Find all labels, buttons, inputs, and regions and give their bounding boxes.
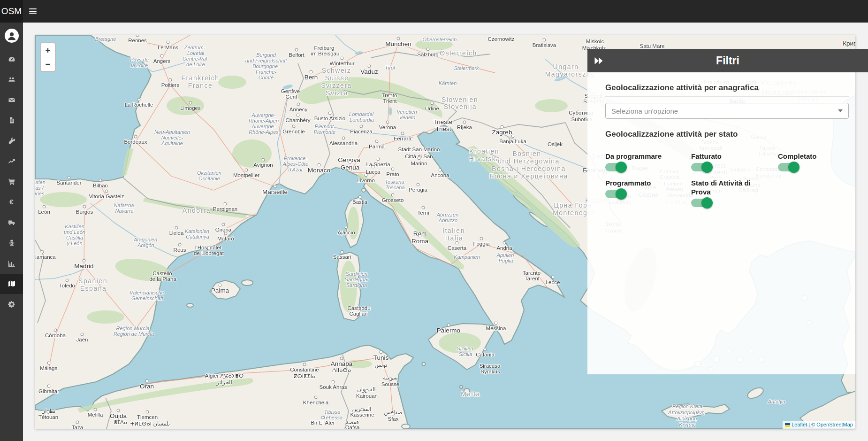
settings-icon <box>8 301 15 308</box>
filter-panel-title: Filtri <box>587 54 868 67</box>
sidebar-item-hydrant[interactable] <box>0 233 23 254</box>
app-logo[interactable]: OSM <box>0 0 23 23</box>
toggle-label: Fatturato <box>691 152 766 161</box>
select-caret-icon <box>838 109 843 112</box>
toggle-label: Programmato <box>605 178 680 187</box>
sidebar-item-tools[interactable] <box>0 131 23 151</box>
dashboard-icon <box>8 55 15 63</box>
toggle-item: Stato di Attività di Prova <box>691 178 778 209</box>
leaflet-link[interactable]: Leaflet <box>792 422 807 427</box>
euro-icon: € <box>9 198 13 206</box>
messages-icon <box>8 96 15 104</box>
sidebar-item-cart[interactable] <box>0 171 23 192</box>
toggle-switch[interactable] <box>778 162 799 173</box>
top-navbar: OSM <box>0 0 868 23</box>
openstreetmap-link[interactable]: © OpenStreetMap <box>811 422 853 427</box>
zoom-out-button[interactable]: − <box>41 57 55 71</box>
section-anagrafica-title: Geolocalizzazione attività per anagrafic… <box>605 83 849 93</box>
users-icon <box>8 76 15 83</box>
sidebar-item-dashboard[interactable] <box>0 49 23 70</box>
filter-panel-body: Geolocalizzazione attività per anagrafic… <box>587 72 855 374</box>
user-avatar-icon <box>5 29 19 43</box>
sidebar-item-settings[interactable] <box>0 294 23 315</box>
filter-panel-header: Filtri <box>587 49 868 72</box>
cart-icon <box>8 178 15 186</box>
select-placeholder: Seleziona un'opzione <box>611 107 678 115</box>
map-attribution: Leaflet | © OpenStreetMap <box>783 421 855 429</box>
tools-icon <box>8 137 15 145</box>
sidebar-item-euro[interactable]: € <box>0 192 23 213</box>
sidebar-item-statistics[interactable] <box>0 253 23 274</box>
statistics-icon <box>8 260 15 267</box>
section-stato-title: Geolocalizzazione attività per stato <box>605 130 849 139</box>
zoom-in-button[interactable]: + <box>41 43 55 57</box>
documents-icon <box>8 116 15 124</box>
sidebar-item-map[interactable] <box>0 274 23 294</box>
toggle-item: Completato <box>778 152 849 173</box>
toggle-label: Da programmare <box>605 152 680 161</box>
sidebar-item-users[interactable] <box>0 70 23 90</box>
toggle-item: Fatturato <box>691 152 778 173</box>
toggle-switch[interactable] <box>605 188 627 200</box>
sidebar-item-truck[interactable] <box>0 212 23 233</box>
sidebar-item-trends[interactable] <box>0 151 23 172</box>
status-toggles-grid: Da programmareFatturatoCompletatoProgram… <box>605 152 849 209</box>
sidebar-item-profile[interactable] <box>0 23 23 49</box>
hambur ger-menu-icon[interactable] <box>29 8 37 14</box>
section-divider <box>605 143 849 143</box>
map-zoom-control: + − <box>40 42 56 72</box>
sidebar-item-messages[interactable] <box>0 90 23 110</box>
toggle-switch[interactable] <box>691 162 713 173</box>
truck-icon <box>8 219 15 226</box>
ukraine-flag-icon <box>785 423 790 427</box>
anagrafica-select[interactable]: Seleziona un'opzione <box>605 103 849 119</box>
attribution-separator: | <box>807 422 811 427</box>
toggle-switch[interactable] <box>605 162 627 173</box>
panel-collapse-icon[interactable] <box>594 57 604 65</box>
map-icon <box>8 280 15 287</box>
toggle-label: Completato <box>778 152 849 161</box>
sidebar-item-documents[interactable] <box>0 110 23 131</box>
toggle-item: Da programmare <box>605 152 691 173</box>
hydrant-icon <box>8 239 15 247</box>
section-divider <box>605 96 849 97</box>
trends-icon <box>8 157 15 165</box>
toggle-switch[interactable] <box>691 197 713 209</box>
toggle-item: Programmato <box>605 178 691 209</box>
icon-sidebar: € <box>0 23 23 441</box>
toggle-label: Stato di Attività di Prova <box>691 178 766 196</box>
